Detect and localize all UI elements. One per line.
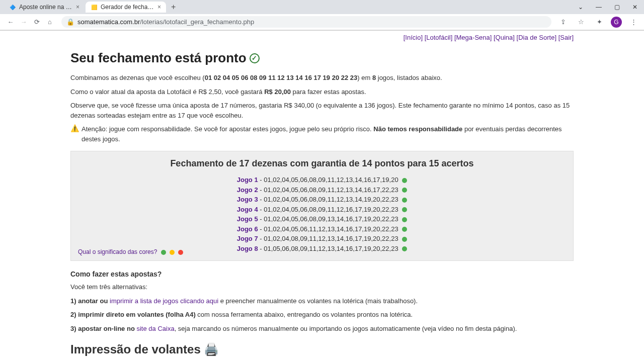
green-dot-icon [402, 207, 407, 212]
colors-legend-link[interactable]: Qual o significado das cores? [78, 248, 157, 255]
url-bar[interactable]: 🔒 somatematica.com.br/loterias/lotofacil… [61, 16, 551, 28]
game-label: Jogo 8 [237, 245, 258, 252]
game-label: Jogo 2 [237, 186, 258, 194]
lock-icon: 🔒 [66, 18, 74, 26]
green-dot-icon [402, 217, 407, 222]
check-circle-icon: ✓ [250, 53, 260, 63]
back-button[interactable]: ← [4, 16, 17, 29]
howto-opt3: 3) apostar on-line no site da Caixa, sej… [70, 324, 574, 334]
top-nav-links: [Início] [Lotofácil] [Mega-Sena] [Quina]… [70, 34, 574, 41]
printer-icon: 🖨️ [204, 342, 219, 356]
game-label: Jogo 5 [237, 215, 258, 223]
chevron-down-icon[interactable]: ⌄ [572, 0, 590, 14]
favicon-icon: 🟨 [91, 4, 98, 11]
url-host: somatematica.com.br [77, 18, 140, 26]
link-diadesorte[interactable]: [Dia de Sorte] [517, 34, 557, 41]
howto-opt2: 2) imprimir direto em volantes (folha A4… [70, 310, 574, 320]
games-box-title: Fechamento de 17 dezenas com garantia de… [78, 158, 566, 169]
game-line: Jogo 4 - 01,02,04,05,06,08,09,11,12,16,1… [78, 205, 566, 215]
game-label: Jogo 1 [237, 176, 258, 184]
print-section-title: Impressão de volantes 🖨️ [70, 342, 574, 356]
link-quina[interactable]: [Quina] [494, 34, 515, 41]
extensions-icon[interactable]: ✦ [593, 16, 606, 29]
minimize-button[interactable]: — [590, 0, 608, 14]
link-sair[interactable]: [Sair] [558, 34, 574, 41]
home-button[interactable]: ⌂ [43, 16, 56, 29]
green-dot-icon [402, 188, 407, 193]
game-label: Jogo 6 [237, 225, 258, 233]
link-megasena[interactable]: [Mega-Sena] [454, 34, 492, 41]
tab-title: Gerador de fechamentos - Sistem [101, 4, 154, 11]
caixa-link[interactable]: site da Caixa [136, 325, 174, 332]
game-line: Jogo 3 - 01,02,04,05,06,08,09,11,12,13,1… [78, 195, 566, 205]
tab-bar: 🔷 Aposte online na Lotofácil × 🟨 Gerador… [0, 0, 644, 14]
close-icon[interactable]: × [157, 4, 161, 11]
howto-intro: Você tem três alternativas: [70, 282, 574, 292]
intro-combine: Combinamos as dezenas que você escolheu … [70, 73, 574, 83]
maximize-button[interactable]: ▢ [608, 0, 626, 14]
share-icon[interactable]: ⇪ [556, 16, 570, 29]
game-line: Jogo 1 - 01,02,04,05,06,08,09,11,12,13,1… [78, 175, 566, 185]
toolbar: ← → ⟳ ⌂ 🔒 somatematica.com.br/loterias/l… [0, 14, 644, 30]
howto-opt1: 1) anotar ou imprimir a lista de jogos c… [70, 296, 574, 306]
green-dot-icon [402, 237, 407, 242]
green-dot-icon [402, 246, 407, 251]
howto-title: Como fazer estas apostas? [70, 270, 574, 278]
new-tab-button[interactable]: + [167, 3, 180, 12]
game-line: Jogo 5 - 01,02,04,05,06,08,09,13,14,16,1… [78, 214, 566, 224]
link-inicio[interactable]: [Início] [404, 34, 423, 41]
game-label: Jogo 7 [237, 235, 258, 242]
forward-button[interactable]: → [17, 16, 30, 29]
game-line: Jogo 2 - 01,02,04,05,06,08,09,11,12,13,1… [78, 185, 566, 195]
green-dot-icon [161, 250, 166, 255]
game-line: Jogo 6 - 01,02,04,05,06,11,12,13,14,16,1… [78, 224, 566, 234]
red-dot-icon [178, 250, 183, 255]
print-list-link[interactable]: imprimir a lista de jogos clicando aqui [110, 297, 218, 305]
avatar[interactable]: G [611, 17, 622, 28]
url-path: /loterias/lotofacil_gera_fechamento.php [140, 18, 254, 26]
toolbar-right: ⇪ ☆ ✦ G ⋮ [556, 16, 640, 29]
tab-title: Aposte online na Lotofácil [19, 4, 73, 11]
yellow-dot-icon [170, 250, 175, 255]
green-dot-icon [402, 178, 407, 183]
page-content: [Início] [Lotofácil] [Mega-Sena] [Quina]… [65, 31, 579, 362]
game-line: Jogo 7 - 01,02,04,08,09,11,12,13,14,16,1… [78, 234, 566, 244]
browser-chrome: 🔷 Aposte online na Lotofácil × 🟨 Gerador… [0, 0, 644, 31]
window-controls: ⌄ — ▢ ✕ [572, 0, 644, 14]
page-title: Seu fechamento está pronto ✓ [70, 50, 574, 66]
close-window-button[interactable]: ✕ [626, 0, 644, 14]
favicon-icon: 🔷 [9, 4, 16, 11]
tab-2[interactable]: 🟨 Gerador de fechamentos - Sistem × [86, 2, 166, 13]
warning-line: ⚠️ Atenção: jogue com responsabilidade. … [70, 124, 574, 144]
intro-observe: Observe que, se você fizesse uma única a… [70, 101, 574, 120]
games-box: Fechamento de 17 dezenas com garantia de… [70, 151, 574, 261]
intro-price: Como o valor atual da aposta da Lotofáci… [70, 87, 574, 97]
green-dot-icon [402, 227, 407, 232]
menu-icon[interactable]: ⋮ [627, 16, 640, 29]
warning-icon: ⚠️ [70, 124, 78, 132]
game-label: Jogo 4 [237, 206, 258, 213]
reload-button[interactable]: ⟳ [30, 16, 43, 29]
close-icon[interactable]: × [76, 4, 79, 11]
game-label: Jogo 3 [237, 196, 258, 203]
link-lotofacil[interactable]: [Lotofácil] [425, 34, 453, 41]
green-dot-icon [402, 198, 407, 203]
colors-legend: Qual o significado das cores? [78, 248, 183, 255]
tab-1[interactable]: 🔷 Aposte online na Lotofácil × [4, 2, 85, 13]
star-icon[interactable]: ☆ [575, 16, 588, 29]
